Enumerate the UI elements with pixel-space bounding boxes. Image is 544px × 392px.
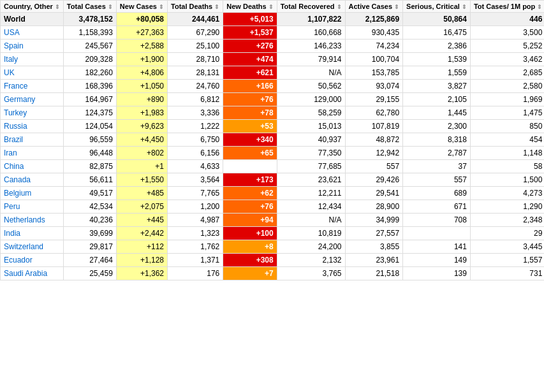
country-name[interactable]: China <box>1 160 64 173</box>
country-link[interactable]: Brazil <box>4 135 23 144</box>
sort-icon[interactable]: ⇕ <box>159 4 164 10</box>
country-name[interactable]: Russia <box>1 120 64 133</box>
active-cases: 557 <box>345 160 403 173</box>
new-deaths: +166 <box>223 80 277 93</box>
country-name[interactable]: Iran <box>1 147 64 160</box>
tot-cases-pop: 1,557 <box>470 254 544 267</box>
tot-cases-pop: 1,969 <box>470 93 544 106</box>
active-cases: 107,819 <box>345 120 403 133</box>
tot-cases-pop: 3,500 <box>470 26 544 40</box>
total-deaths: 7,765 <box>168 187 223 200</box>
country-link[interactable]: Canada <box>4 175 31 184</box>
table-row: India 39,699 +2,442 1,323 +100 10,819 27… <box>1 227 545 240</box>
total-deaths: 67,290 <box>168 26 223 40</box>
serious-critical: 1,559 <box>403 66 471 80</box>
sort-icon[interactable]: ⇕ <box>462 4 467 10</box>
new-cases: +2,075 <box>116 200 167 214</box>
country-link[interactable]: Germany <box>4 95 35 104</box>
country-name[interactable]: Turkey <box>1 106 64 120</box>
header-total-deaths[interactable]: Total Deaths ⇕ <box>168 1 223 13</box>
new-deaths: +100 <box>223 227 277 240</box>
active-cases: 12,942 <box>345 147 403 160</box>
country-link[interactable]: Ecuador <box>4 256 33 265</box>
table-row: UK 182,260 +4,806 28,131 +621 N/A 153,78… <box>1 66 545 80</box>
country-link[interactable]: Saudi Arabia <box>4 269 47 278</box>
country-name[interactable]: Italy <box>1 53 64 66</box>
country-name[interactable]: Peru <box>1 200 64 214</box>
total-cases: 25,459 <box>63 267 116 280</box>
country-name[interactable]: France <box>1 80 64 93</box>
active-cases: 23,961 <box>345 254 403 267</box>
total-deaths: 28,131 <box>168 66 223 80</box>
country-name[interactable]: Germany <box>1 93 64 106</box>
country-name[interactable]: UK <box>1 66 64 80</box>
active-cases: 74,234 <box>345 40 403 53</box>
recovered: 77,350 <box>277 147 345 160</box>
country-link[interactable]: Peru <box>4 202 20 211</box>
country-name[interactable]: Belgium <box>1 187 64 200</box>
sort-icon[interactable]: ⇕ <box>537 4 542 10</box>
header-new-cases[interactable]: New Cases ⇕ <box>116 1 167 13</box>
header-new-deaths[interactable]: New Deaths ⇕ <box>223 1 277 13</box>
serious-critical: 671 <box>403 200 471 214</box>
country-name[interactable]: Switzerland <box>1 240 64 254</box>
country-name[interactable]: Saudi Arabia <box>1 267 64 280</box>
country-name[interactable]: Brazil <box>1 133 64 147</box>
total-cases: 164,967 <box>63 93 116 106</box>
country-link[interactable]: India <box>4 229 20 238</box>
recovered: 23,621 <box>277 173 345 187</box>
recovered: 58,259 <box>277 106 345 120</box>
new-deaths: +78 <box>223 106 277 120</box>
country-name[interactable]: Canada <box>1 173 64 187</box>
serious-critical: 2,386 <box>403 40 471 53</box>
sort-icon[interactable]: ⇕ <box>55 4 60 10</box>
total-deaths: 3,564 <box>168 173 223 187</box>
active-cases: 48,872 <box>345 133 403 147</box>
country-link[interactable]: UK <box>4 68 15 77</box>
country-link[interactable]: Spain <box>4 41 24 50</box>
sort-icon[interactable]: ⇕ <box>337 4 342 10</box>
header-tot-cases-pop[interactable]: Tot Cases/ 1M pop ⇕ <box>470 1 544 13</box>
header-serious[interactable]: Serious, Critical ⇕ <box>403 1 471 13</box>
country-link[interactable]: Italy <box>4 55 18 64</box>
country-link[interactable]: Switzerland <box>4 242 43 251</box>
table-row: Spain 245,567 +2,588 25,100 +276 146,233… <box>1 40 545 53</box>
header-total-cases[interactable]: Total Cases ⇕ <box>63 1 116 13</box>
tot-cases-pop: 1,500 <box>470 173 544 187</box>
country-link[interactable]: France <box>4 82 27 91</box>
sort-icon[interactable]: ⇕ <box>214 4 219 10</box>
sort-icon[interactable]: ⇕ <box>108 4 113 10</box>
serious-critical: 37 <box>403 160 471 173</box>
country-link[interactable]: Netherlands <box>4 215 45 224</box>
country-link[interactable]: USA <box>4 28 20 37</box>
new-deaths: +8 <box>223 240 277 254</box>
table-row: France 168,396 +1,050 24,760 +166 50,562… <box>1 80 545 93</box>
country-name[interactable]: Netherlands <box>1 214 64 227</box>
country-name[interactable]: Ecuador <box>1 254 64 267</box>
new-cases: +27,363 <box>116 26 167 40</box>
total-cases: 96,559 <box>63 133 116 147</box>
sort-icon[interactable]: ⇕ <box>268 4 274 10</box>
new-cases: +4,806 <box>116 66 167 80</box>
country-link[interactable]: China <box>4 162 24 171</box>
recovered: 77,685 <box>277 160 345 173</box>
country-link[interactable]: Russia <box>4 122 27 131</box>
country-link[interactable]: Turkey <box>4 108 27 117</box>
header-active-cases[interactable]: Active Cases ⇕ <box>345 1 403 13</box>
header-country[interactable]: Country, Other ⇕ <box>1 1 64 13</box>
recovered: 12,211 <box>277 187 345 200</box>
table-row: Canada 56,611 +1,550 3,564 +173 23,621 2… <box>1 173 545 187</box>
country-name[interactable]: USA <box>1 26 64 40</box>
country-link[interactable]: Belgium <box>4 189 31 198</box>
recovered: 10,819 <box>277 227 345 240</box>
new-cases: +1,128 <box>116 254 167 267</box>
new-deaths: +7 <box>223 267 277 280</box>
total-deaths: 4,987 <box>168 214 223 227</box>
serious-critical: 1,445 <box>403 106 471 120</box>
country-name[interactable]: Spain <box>1 40 64 53</box>
header-recovered[interactable]: Total Recovered ⇕ <box>277 1 345 13</box>
country-link[interactable]: Iran <box>4 149 17 157</box>
sort-icon[interactable]: ⇕ <box>394 4 399 10</box>
serious-critical: 141 <box>403 240 471 254</box>
country-name[interactable]: India <box>1 227 64 240</box>
